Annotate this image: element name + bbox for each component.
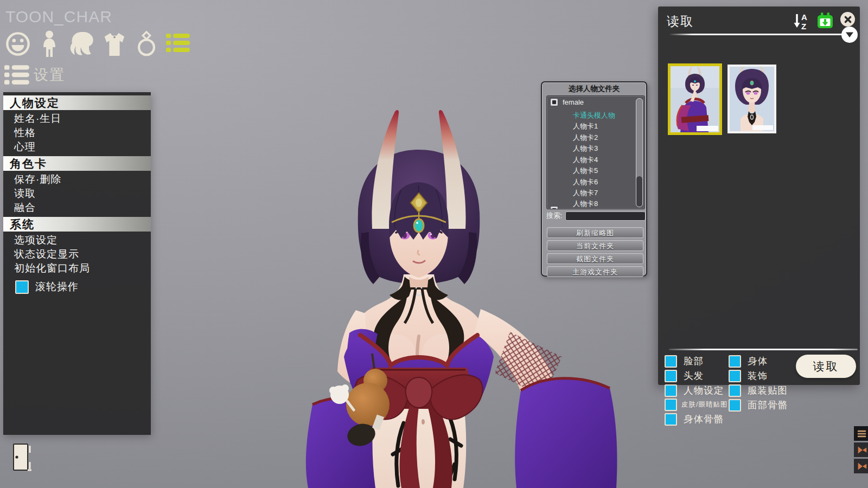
search-input[interactable] xyxy=(565,211,646,221)
edge-flag-button[interactable] xyxy=(854,442,868,457)
load-panel-title: 读取 xyxy=(667,13,694,30)
folder-root-item[interactable]: female xyxy=(550,98,584,106)
wheel-operation-option: 滚轮操作 xyxy=(15,280,151,294)
menu-item-personality[interactable]: 性格 xyxy=(3,126,151,140)
settings-heading-icon xyxy=(4,65,29,85)
folder-item[interactable]: 人物卡3 xyxy=(573,144,598,153)
panel-divider xyxy=(669,34,846,35)
folder-item[interactable]: 人物卡8 xyxy=(573,199,598,209)
option-hair: 头发 xyxy=(665,369,704,382)
folder-item[interactable]: 人物卡6 xyxy=(573,177,598,187)
folder-item-partial[interactable] xyxy=(550,206,558,209)
option-body: 身体 xyxy=(729,355,768,368)
screenshot-folder-button[interactable]: 截图文件夹 xyxy=(547,253,643,264)
folder-item-selected[interactable]: 卡通头模人物 xyxy=(573,111,615,120)
clothes-tab-icon[interactable] xyxy=(102,31,127,57)
folder-item[interactable]: 人物卡4 xyxy=(573,155,598,165)
search-label: 搜索: xyxy=(546,211,563,221)
face-bones-checkbox[interactable] xyxy=(729,399,741,412)
option-body-bones: 身体骨骼 xyxy=(665,413,724,426)
folder-tree-list: female 卡通头模人物 人物卡1 人物卡2 人物卡3 人物卡4 人物卡5 人… xyxy=(546,95,645,209)
accessory-tab-icon[interactable] xyxy=(136,30,157,57)
close-icon[interactable] xyxy=(840,12,855,27)
menu-item-name-birthday[interactable]: 姓名·生日 xyxy=(3,112,151,126)
option-face-bones: 面部骨骼 xyxy=(729,399,788,412)
folder-root-checkbox[interactable] xyxy=(550,98,558,106)
wheel-operation-label: 滚轮操作 xyxy=(35,280,79,294)
option-label: 身体骨骼 xyxy=(684,413,724,426)
app-title: TOON_CHAR xyxy=(5,8,112,26)
dialog-title: 选择人物文件夹 xyxy=(542,84,646,94)
sort-az-icon[interactable]: A Z xyxy=(793,12,811,33)
settings-menu: 人物设定 姓名·生日 性格 心理 角色卡 保存·删除 读取 融合 系统 选项设定… xyxy=(3,92,151,435)
option-clothes-texture: 服装贴图 xyxy=(729,384,788,397)
folder-root-label: female xyxy=(563,98,584,106)
option-label: 装饰 xyxy=(748,369,768,382)
import-calendar-icon[interactable] xyxy=(816,12,834,31)
hair-checkbox[interactable] xyxy=(665,370,677,382)
option-face: 脸部 xyxy=(665,355,704,368)
exit-door-icon[interactable] xyxy=(12,442,34,473)
character-settings-checkbox[interactable] xyxy=(665,384,677,397)
settings-tab-icon[interactable] xyxy=(166,34,190,52)
option-skin-eye-texture: 皮肤/眼睛贴图 xyxy=(665,399,727,411)
options-divider xyxy=(669,349,858,350)
settings-heading: 设置 xyxy=(34,65,65,85)
folder-item[interactable]: 人物卡1 xyxy=(573,121,598,131)
face-checkbox[interactable] xyxy=(665,355,677,368)
menu-item-merge[interactable]: 融合 xyxy=(3,201,151,215)
menu-section-header: 系统 xyxy=(3,217,151,232)
character-card[interactable] xyxy=(727,65,776,133)
option-label: 脸部 xyxy=(684,355,704,368)
menu-section-header: 角色卡 xyxy=(3,156,151,171)
folder-list-scrollbar[interactable] xyxy=(636,98,643,207)
svg-text:A: A xyxy=(801,12,807,22)
character-card-selected[interactable] xyxy=(668,63,722,135)
load-panel: 读取 A Z xyxy=(658,7,860,385)
main-game-folder-button[interactable]: 主游戏文件夹 xyxy=(547,266,643,277)
edge-menu-button[interactable] xyxy=(854,426,868,441)
accessories-checkbox[interactable] xyxy=(729,370,741,382)
folder-item[interactable]: 人物卡7 xyxy=(573,188,598,198)
folder-search-row: 搜索: xyxy=(546,211,646,221)
edge-flag-button[interactable] xyxy=(854,459,868,473)
scrollbar-thumb[interactable] xyxy=(636,176,642,207)
menu-item-reset-window-layout[interactable]: 初始化窗口布局 xyxy=(3,261,151,275)
hair-tab-icon[interactable] xyxy=(67,30,97,57)
option-label: 头发 xyxy=(684,369,704,382)
body-checkbox[interactable] xyxy=(729,355,741,368)
option-label: 人物设定 xyxy=(684,384,724,397)
folder-select-dialog: 选择人物文件夹 female 卡通头模人物 人物卡1 人物卡2 人物卡3 人物卡… xyxy=(541,81,647,277)
option-character-settings: 人物设定 xyxy=(665,384,724,397)
option-label: 面部骨骼 xyxy=(748,399,788,412)
refresh-thumbnails-button[interactable]: 刷新缩略图 xyxy=(547,227,643,238)
menu-item-load[interactable]: 读取 xyxy=(3,187,151,201)
menu-section-header: 人物设定 xyxy=(3,95,151,110)
menu-item-status-display[interactable]: 状态设定显示 xyxy=(3,247,151,261)
collapse-panel-icon[interactable] xyxy=(841,27,858,43)
option-label: 身体 xyxy=(748,355,768,368)
menu-item-mentality[interactable]: 心理 xyxy=(3,140,151,154)
load-button[interactable]: 读取 xyxy=(796,355,856,378)
current-folder-button[interactable]: 当前文件夹 xyxy=(547,240,643,251)
svg-text:Z: Z xyxy=(801,22,806,30)
body-bones-checkbox[interactable] xyxy=(665,413,677,426)
option-label: 皮肤/眼睛贴图 xyxy=(681,400,727,409)
folder-checkbox[interactable] xyxy=(550,206,558,209)
body-tab-icon[interactable] xyxy=(40,30,59,57)
menu-item-option-settings[interactable]: 选项设定 xyxy=(3,233,151,247)
folder-item[interactable]: 人物卡2 xyxy=(573,133,598,143)
wheel-operation-checkbox[interactable] xyxy=(15,280,29,294)
clothes-texture-checkbox[interactable] xyxy=(729,384,741,397)
character-maker-screen: { "window": { "title": "TOON_CHAR" }, "t… xyxy=(0,0,868,488)
folder-item[interactable]: 人物卡5 xyxy=(573,166,598,176)
face-tab-icon[interactable] xyxy=(5,31,30,56)
option-label: 服装贴图 xyxy=(748,384,788,397)
option-accessories: 装饰 xyxy=(729,369,768,382)
skin-eye-texture-checkbox[interactable] xyxy=(665,399,677,411)
menu-item-save-delete[interactable]: 保存·删除 xyxy=(3,172,151,187)
